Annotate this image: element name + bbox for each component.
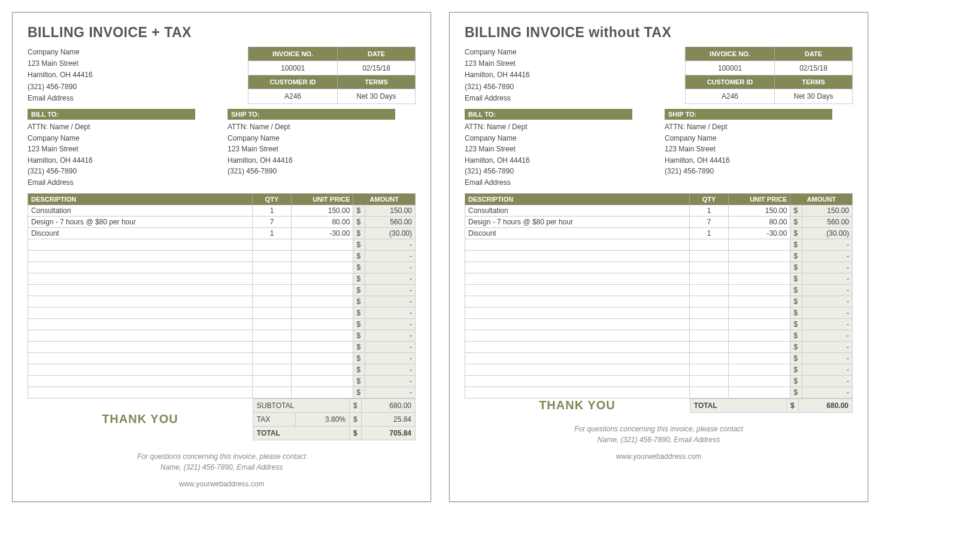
- cell-amount: -: [802, 273, 852, 284]
- cell-description: [28, 364, 253, 375]
- table-row: $-: [465, 273, 853, 284]
- billto-header: BILL TO:: [28, 109, 195, 120]
- cell-currency: $: [790, 375, 802, 386]
- cell-currency: $: [353, 227, 365, 239]
- cell-currency: $: [790, 273, 802, 284]
- cell-currency: $: [353, 261, 365, 273]
- cell-currency: $: [353, 250, 365, 261]
- items-table: DESCRIPTION QTY UNIT PRICE AMOUNT Consul…: [465, 193, 853, 398]
- cell-amount: -: [365, 250, 415, 261]
- cell-description: [28, 273, 253, 284]
- cell-price: [728, 330, 790, 341]
- table-row: $-: [28, 375, 416, 386]
- footer-line: For questions concerning this invoice, p…: [465, 424, 853, 434]
- meta-header: CUSTOMER ID: [248, 75, 338, 89]
- table-row: Design - 7 hours @ $80 per hour780.00$56…: [465, 216, 853, 227]
- cell-description: [28, 307, 253, 318]
- cell-amount: 150.00: [802, 205, 852, 216]
- cell-description: [28, 352, 253, 364]
- cell-price: [728, 261, 790, 273]
- table-row: $-: [28, 250, 416, 261]
- cell-qty: [253, 330, 292, 341]
- total-value: 680.00: [799, 398, 853, 412]
- addr-line: ATTN: Name / Dept: [465, 121, 653, 133]
- cell-amount: -: [802, 330, 852, 341]
- cell-qty: [253, 307, 292, 318]
- cell-qty: [690, 250, 729, 261]
- cell-qty: [690, 261, 729, 273]
- cell-currency: $: [353, 386, 365, 398]
- cell-qty: [253, 273, 292, 284]
- cell-price: 150.00: [728, 205, 790, 216]
- cell-currency: $: [790, 205, 802, 216]
- addr-line: 123 Main Street: [465, 144, 653, 155]
- cell-amount: -: [802, 364, 852, 375]
- meta-header: TERMS: [338, 75, 416, 89]
- cell-currency: $: [353, 330, 365, 341]
- addr-line: ATTN: Name / Dept: [28, 121, 216, 133]
- cell-description: [465, 261, 690, 273]
- meta-header: TERMS: [775, 75, 853, 89]
- page-title: BILLING INVOICE + TAX: [28, 25, 416, 41]
- addr-line: Company Name: [228, 133, 416, 144]
- cell-price: [291, 250, 353, 261]
- cell-description: Design - 7 hours @ $80 per hour: [28, 216, 253, 227]
- cell-price: [291, 296, 353, 307]
- cell-currency: $: [790, 341, 802, 352]
- cell-amount: -: [365, 375, 415, 386]
- shipto-header: SHIP TO:: [228, 109, 395, 120]
- addr-line: 123 Main Street: [228, 144, 416, 155]
- table-row: Discount1-30.00$(30.00): [465, 227, 853, 239]
- cell-price: [728, 250, 790, 261]
- cell-price: 80.00: [728, 216, 790, 227]
- page-title: BILLING INVOICE without TAX: [465, 25, 853, 41]
- meta-header: INVOICE NO.: [248, 47, 338, 61]
- cell-amount: 560.00: [365, 216, 415, 227]
- cell-price: -30.00: [291, 227, 353, 239]
- table-row: $-: [465, 352, 853, 364]
- cell-description: [28, 318, 253, 330]
- footer-web: www.yourwebaddress.com: [465, 451, 853, 462]
- table-row: $-: [28, 341, 416, 352]
- totals-table: SUBTOTAL$680.00 TAX3.80%$25.84 TOTAL$705…: [253, 398, 416, 440]
- cell-currency: $: [353, 239, 365, 250]
- cell-qty: [253, 375, 292, 386]
- company-line: Hamilton, OH 44416: [465, 69, 530, 81]
- cell-amount: -: [802, 239, 852, 250]
- company-line: (321) 456-7890: [465, 81, 530, 93]
- meta-value: 02/15/18: [338, 60, 416, 75]
- cell-currency: $: [353, 364, 365, 375]
- cell-currency: $: [353, 352, 365, 364]
- addr-line: Hamilton, OH 44416: [28, 155, 216, 166]
- cell-price: -30.00: [728, 227, 790, 239]
- cell-description: [28, 261, 253, 273]
- cell-price: [728, 341, 790, 352]
- cell-price: [291, 375, 353, 386]
- cell-description: [465, 296, 690, 307]
- cell-amount: -: [365, 273, 415, 284]
- cell-currency: $: [353, 307, 365, 318]
- cell-currency: $: [790, 296, 802, 307]
- cell-price: [728, 273, 790, 284]
- addr-line: (321) 456-7890: [465, 166, 653, 177]
- company-line: Company Name: [28, 47, 93, 58]
- meta-table: INVOICE NO.DATE 10000102/15/18 CUSTOMER …: [685, 47, 853, 104]
- cell-currency: $: [790, 284, 802, 296]
- table-row: $-: [28, 330, 416, 341]
- shipto-header: SHIP TO:: [665, 109, 832, 120]
- cell-price: [728, 352, 790, 364]
- footer-line: Name, (321) 456-7890, Email Address: [28, 462, 416, 473]
- cell-description: [28, 250, 253, 261]
- cell-description: [465, 341, 690, 352]
- addr-line: Hamilton, OH 44416: [228, 155, 416, 166]
- items-table: DESCRIPTION QTY UNIT PRICE AMOUNT Consul…: [28, 193, 416, 398]
- cell-amount: (30.00): [365, 227, 415, 239]
- cell-currency: $: [353, 296, 365, 307]
- meta-value: Net 30 Days: [775, 89, 853, 104]
- cell-amount: -: [365, 239, 415, 250]
- cell-qty: [690, 307, 729, 318]
- cell-qty: [690, 375, 729, 386]
- cell-currency: $: [353, 205, 365, 216]
- currency-symbol: $: [350, 398, 362, 412]
- table-row: $-: [465, 341, 853, 352]
